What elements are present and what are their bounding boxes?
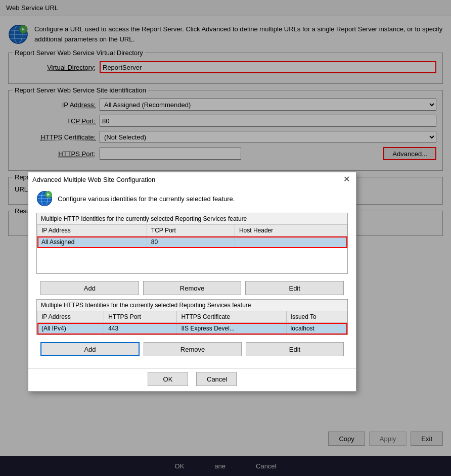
https-col-cert: HTTPS Certificate xyxy=(177,311,286,323)
modal-globe-icon xyxy=(36,191,53,207)
http-btn-row: Add Remove Edit xyxy=(36,279,348,299)
https-identities-title: Multiple HTTPS Identities for the curren… xyxy=(37,300,347,311)
http-row-ip: All Assigned xyxy=(37,236,147,248)
http-row-header xyxy=(235,236,347,248)
https-row-ip: (All IPv4) xyxy=(37,323,104,335)
modal-ok-button[interactable]: OK xyxy=(148,372,188,386)
https-col-port: HTTPS Port xyxy=(104,311,177,323)
main-window: Web Service URL Configure a URL used to … xyxy=(0,0,451,476)
modal-title-bar: Advanced Multiple Web Site Configuration… xyxy=(28,172,356,186)
http-identities-table: IP Address TCP Port Host Header All Assi… xyxy=(37,224,347,248)
modal-description: Configure various identities for the cur… xyxy=(58,195,235,203)
https-remove-button[interactable]: Remove xyxy=(144,342,242,356)
http-table-header: IP Address TCP Port Host Header xyxy=(37,225,347,236)
https-col-ip: IP Address xyxy=(37,311,104,323)
modal-header-area: Configure various identities for the cur… xyxy=(36,191,348,207)
modal-dialog: Advanced Multiple Web Site Configuration… xyxy=(28,172,356,392)
https-add-button[interactable]: Add xyxy=(40,342,140,356)
http-col-ip: IP Address xyxy=(37,225,147,236)
http-col-header: Host Header xyxy=(235,225,347,236)
modal-body: Configure various identities for the cur… xyxy=(28,186,356,368)
http-row-port: 80 xyxy=(147,236,235,248)
https-row-issued: localhost xyxy=(286,323,347,335)
modal-cancel-button[interactable]: Cancel xyxy=(196,372,237,386)
http-remove-button[interactable]: Remove xyxy=(143,281,242,295)
modal-close-button[interactable]: ✕ xyxy=(341,175,352,183)
http-edit-button[interactable]: Edit xyxy=(245,281,344,295)
https-row-cert: IIS Express Devel... xyxy=(177,323,286,335)
modal-footer: OK Cancel xyxy=(28,368,356,391)
https-col-issued: Issued To xyxy=(286,311,347,323)
http-table-row[interactable]: All Assigned 80 xyxy=(37,236,347,248)
http-add-button[interactable]: Add xyxy=(40,281,139,295)
https-identities-table: IP Address HTTPS Port HTTPS Certificate … xyxy=(37,311,347,335)
https-btn-row: Add Remove Edit xyxy=(36,340,348,360)
modal-title: Advanced Multiple Web Site Configuration xyxy=(32,176,155,183)
http-col-port: TCP Port xyxy=(147,225,235,236)
https-row-port: 443 xyxy=(104,323,177,335)
https-table-header: IP Address HTTPS Port HTTPS Certificate … xyxy=(37,311,347,323)
https-edit-button[interactable]: Edit xyxy=(246,342,344,356)
http-identities-group: Multiple HTTP Identities for the current… xyxy=(36,213,348,274)
https-table-row[interactable]: (All IPv4) 443 IIS Express Devel... loca… xyxy=(37,323,347,335)
http-empty-area xyxy=(37,248,347,273)
https-identities-group: Multiple HTTPS Identities for the curren… xyxy=(36,299,348,335)
http-identities-title: Multiple HTTP Identities for the current… xyxy=(37,213,347,224)
